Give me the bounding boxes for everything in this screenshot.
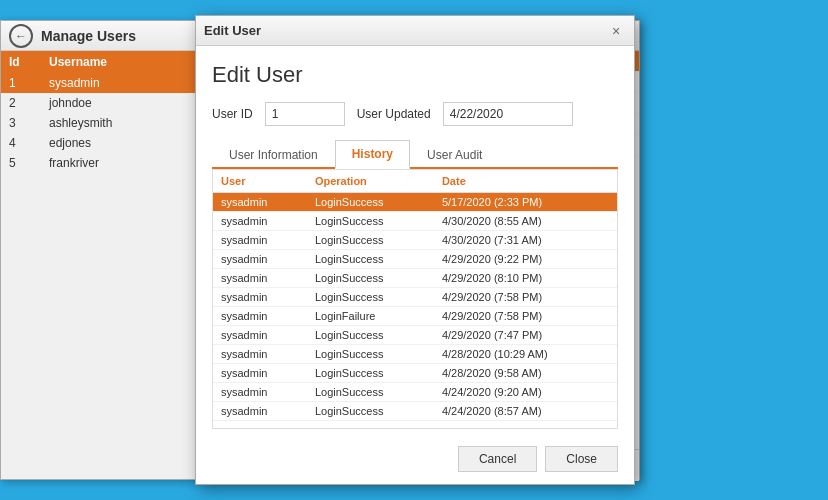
cell-date: 4/24/2020 (8:57 AM) bbox=[434, 402, 617, 421]
table-row[interactable]: sysadmin LoginSuccess 4/28/2020 (10:29 A… bbox=[213, 345, 617, 364]
cell-date: 4/29/2020 (7:58 PM) bbox=[434, 307, 617, 326]
bg-title: ← Manage Users bbox=[9, 24, 136, 48]
cell-user: sysadmin bbox=[213, 250, 307, 269]
dialog-content: Edit User User ID User Updated User Info… bbox=[196, 46, 634, 445]
cell-operation: LoginSuccess bbox=[307, 402, 434, 421]
cell-operation: LoginSuccess bbox=[307, 288, 434, 307]
dialog-titlebar: Edit User × bbox=[196, 16, 634, 46]
history-table-container[interactable]: User Operation Date sysadmin LoginSucces… bbox=[212, 169, 618, 429]
tab-history[interactable]: History bbox=[335, 140, 410, 169]
cell-operation: LoginSuccess bbox=[307, 269, 434, 288]
dialog-footer: Cancel Close bbox=[458, 446, 618, 472]
col-operation: Operation bbox=[307, 170, 434, 193]
row-id: 2 bbox=[9, 96, 49, 110]
cell-user: sysadmin bbox=[213, 326, 307, 345]
back-button[interactable]: ← bbox=[9, 24, 33, 48]
user-updated-label: User Updated bbox=[357, 107, 431, 121]
tab-user-information[interactable]: User Information bbox=[212, 140, 335, 169]
tab-user-audit[interactable]: User Audit bbox=[410, 140, 499, 169]
table-row[interactable]: sysadmin LoginSuccess 4/28/2020 (9:58 AM… bbox=[213, 364, 617, 383]
history-table: User Operation Date sysadmin LoginSucces… bbox=[213, 170, 617, 421]
dialog-x-button[interactable]: × bbox=[606, 21, 626, 41]
close-button[interactable]: Close bbox=[545, 446, 618, 472]
user-updated-input[interactable] bbox=[443, 102, 573, 126]
table-row[interactable]: sysadmin LoginSuccess 4/29/2020 (7:58 PM… bbox=[213, 288, 617, 307]
row-id: 1 bbox=[9, 76, 49, 90]
cell-date: 4/29/2020 (9:22 PM) bbox=[434, 250, 617, 269]
cell-operation: LoginSuccess bbox=[307, 212, 434, 231]
cell-date: 4/29/2020 (7:47 PM) bbox=[434, 326, 617, 345]
tabs: User Information History User Audit bbox=[212, 140, 618, 169]
cell-user: sysadmin bbox=[213, 402, 307, 421]
cell-operation: LoginSuccess bbox=[307, 364, 434, 383]
row-id: 3 bbox=[9, 116, 49, 130]
cell-operation: LoginSuccess bbox=[307, 345, 434, 364]
cell-operation: LoginFailure bbox=[307, 307, 434, 326]
row-id: 4 bbox=[9, 136, 49, 150]
cell-user: sysadmin bbox=[213, 212, 307, 231]
cell-user: sysadmin bbox=[213, 307, 307, 326]
form-row-userid: User ID User Updated bbox=[212, 102, 618, 126]
bg-title-text: Manage Users bbox=[41, 28, 136, 44]
user-id-input[interactable] bbox=[265, 102, 345, 126]
cell-date: 4/28/2020 (10:29 AM) bbox=[434, 345, 617, 364]
cell-user: sysadmin bbox=[213, 269, 307, 288]
dialog-main-title: Edit User bbox=[212, 62, 618, 88]
col-user: User bbox=[213, 170, 307, 193]
cancel-button[interactable]: Cancel bbox=[458, 446, 537, 472]
cell-user: sysadmin bbox=[213, 364, 307, 383]
table-row[interactable]: sysadmin LoginSuccess 4/30/2020 (7:31 AM… bbox=[213, 231, 617, 250]
cell-operation: LoginSuccess bbox=[307, 326, 434, 345]
table-row[interactable]: sysadmin LoginSuccess 4/24/2020 (8:57 AM… bbox=[213, 402, 617, 421]
cell-operation: LoginSuccess bbox=[307, 250, 434, 269]
edit-user-dialog: Edit User × Edit User User ID User Updat… bbox=[195, 15, 635, 485]
cell-date: 4/24/2020 (9:20 AM) bbox=[434, 383, 617, 402]
row-id: 5 bbox=[9, 156, 49, 170]
cell-date: 5/17/2020 (2:33 PM) bbox=[434, 193, 617, 212]
table-row[interactable]: sysadmin LoginSuccess 4/29/2020 (8:10 PM… bbox=[213, 269, 617, 288]
cell-date: 4/29/2020 (8:10 PM) bbox=[434, 269, 617, 288]
table-row[interactable]: sysadmin LoginSuccess 4/29/2020 (9:22 PM… bbox=[213, 250, 617, 269]
table-row[interactable]: sysadmin LoginSuccess 4/29/2020 (7:47 PM… bbox=[213, 326, 617, 345]
cell-user: sysadmin bbox=[213, 383, 307, 402]
table-row[interactable]: sysadmin LoginSuccess 4/30/2020 (8:55 AM… bbox=[213, 212, 617, 231]
user-id-label: User ID bbox=[212, 107, 253, 121]
cell-user: sysadmin bbox=[213, 288, 307, 307]
cell-user: sysadmin bbox=[213, 231, 307, 250]
table-row[interactable]: sysadmin LoginFailure 4/29/2020 (7:58 PM… bbox=[213, 307, 617, 326]
col-id: Id bbox=[9, 55, 49, 69]
cell-user: sysadmin bbox=[213, 345, 307, 364]
cell-operation: LoginSuccess bbox=[307, 231, 434, 250]
col-date: Date bbox=[434, 170, 617, 193]
cell-user: sysadmin bbox=[213, 193, 307, 212]
cell-date: 4/28/2020 (9:58 AM) bbox=[434, 364, 617, 383]
cell-operation: LoginSuccess bbox=[307, 383, 434, 402]
cell-date: 4/30/2020 (8:55 AM) bbox=[434, 212, 617, 231]
table-row[interactable]: sysadmin LoginSuccess 5/17/2020 (2:33 PM… bbox=[213, 193, 617, 212]
cell-date: 4/30/2020 (7:31 AM) bbox=[434, 231, 617, 250]
cell-operation: LoginSuccess bbox=[307, 193, 434, 212]
table-row[interactable]: sysadmin LoginSuccess 4/24/2020 (9:20 AM… bbox=[213, 383, 617, 402]
cell-date: 4/29/2020 (7:58 PM) bbox=[434, 288, 617, 307]
dialog-title: Edit User bbox=[204, 23, 606, 38]
